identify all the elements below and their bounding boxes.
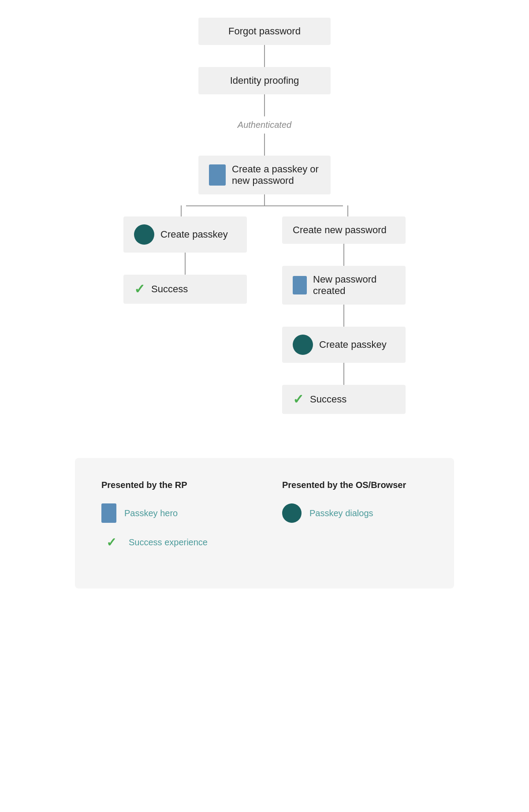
right-new-password-created-box: New password created: [282, 266, 406, 305]
left-create-passkey-label: Create passkey: [160, 229, 228, 240]
diagram-area: Forgot password Identity proofing Authen…: [66, 0, 463, 440]
split-connector: [119, 194, 410, 216]
identity-proofing-box: Identity proofing: [198, 67, 331, 94]
create-passkey-or-password-box: Create a passkey or new password: [198, 156, 331, 194]
identity-proofing-label: Identity proofing: [230, 75, 299, 86]
blue-rect-icon-2: [293, 276, 307, 294]
legend-os-col: Presented by the OS/Browser Passkey dial…: [282, 480, 428, 562]
right-connector-1: [343, 244, 344, 266]
dark-circle-icon-left: [134, 224, 154, 245]
legend-rp-title: Presented by the RP: [101, 480, 247, 490]
left-success-label: Success: [151, 283, 188, 295]
right-column: Create new password New password created…: [282, 216, 406, 414]
authenticated-label: Authenticated: [238, 120, 291, 130]
connector-1: [264, 45, 265, 67]
forgot-password-box: Forgot password: [198, 18, 331, 45]
left-success-box: ✓ Success: [123, 275, 247, 304]
right-connector-2: [343, 305, 344, 327]
dark-circle-icon-right: [293, 335, 313, 355]
split-left-line: [181, 205, 182, 216]
legend-dark-circle-icon: [282, 503, 302, 523]
right-create-passkey-box: Create passkey: [282, 327, 406, 363]
columns: Create passkey ✓ Success Create new pass…: [84, 216, 445, 414]
legend-passkey-dialogs-item: Passkey dialogs: [282, 503, 428, 523]
right-new-password-created-label: New password created: [313, 274, 395, 297]
legend-passkey-hero-item: Passkey hero: [101, 503, 247, 523]
checkmark-icon-right: ✓: [293, 393, 304, 406]
right-connector-3: [343, 363, 344, 385]
legend-passkey-dialogs-label: Passkey dialogs: [309, 508, 373, 518]
top-flow: Forgot password Identity proofing Authen…: [84, 18, 445, 194]
create-passkey-or-password-label: Create a passkey or new password: [232, 164, 320, 186]
legend-rp-col: Presented by the RP Passkey hero ✓ Succe…: [101, 480, 247, 562]
right-success-label: Success: [310, 394, 346, 405]
forgot-password-label: Forgot password: [228, 26, 301, 37]
right-create-new-password-box: Create new password: [282, 216, 406, 244]
right-success-box: ✓ Success: [282, 385, 406, 414]
legend-success-experience-item: ✓ Success experience: [101, 535, 247, 550]
split-right-line: [347, 205, 348, 216]
legend-success-experience-label: Success experience: [129, 537, 208, 548]
checkmark-icon-left: ✓: [134, 283, 145, 296]
legend-section: Presented by the RP Passkey hero ✓ Succe…: [75, 458, 454, 589]
legend-passkey-hero-label: Passkey hero: [124, 508, 178, 518]
legend-checkmark-icon: ✓: [101, 535, 121, 550]
right-create-new-password-label: Create new password: [293, 224, 387, 236]
blue-rect-icon-1: [209, 164, 226, 186]
legend-os-title: Presented by the OS/Browser: [282, 480, 428, 490]
connector-3: [264, 134, 265, 156]
left-connector-1: [185, 253, 186, 275]
left-create-passkey-box: Create passkey: [123, 216, 247, 253]
left-column: Create passkey ✓ Success: [123, 216, 247, 304]
right-create-passkey-label: Create passkey: [319, 339, 387, 350]
legend-blue-rect-icon: [101, 503, 116, 523]
connector-2: [264, 94, 265, 116]
